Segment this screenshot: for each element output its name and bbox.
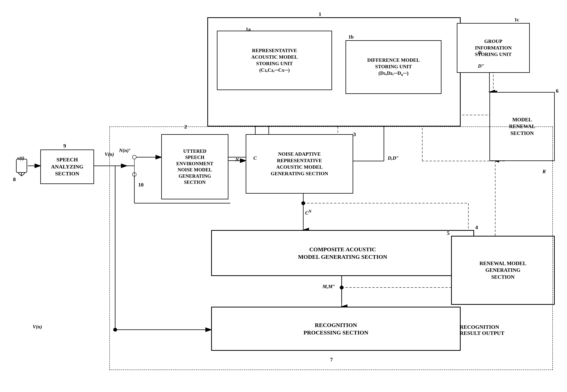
ref-1: 1 (319, 11, 321, 17)
signal-MM-double-prime: M,M″ (322, 284, 335, 289)
svg-rect-7 (16, 159, 27, 172)
difference-model-storing-unit: DIFFERENCE MODELSTORING UNIT(D₁,D₂,···Dx… (345, 40, 441, 94)
signal-N: N (235, 157, 239, 163)
ref-1a: 1a (246, 27, 251, 32)
ref-4: 4 (475, 224, 478, 230)
signal-nn-prime: N(n)’ (119, 148, 130, 153)
speech-analyzing-section: SPEECHANALYZINGSECTION (40, 150, 94, 184)
signal-R: R (542, 169, 546, 174)
ref-5: 5 (447, 230, 449, 236)
group-information-storing-unit: GROUPINFORMATIONSTORING UNIT (457, 23, 530, 73)
ref-1b: 1b (348, 34, 354, 40)
signal-vn-switch: V(n) (104, 152, 114, 157)
signal-vt: v(t) (17, 155, 24, 161)
diagram: REPRESENTATIVEACOUSTIC MODELSTORING UNIT… (0, 0, 567, 392)
ref-2: 2 (184, 124, 187, 130)
speech-analyzing-label: SPEECHANALYZINGSECTION (51, 156, 84, 177)
ref-7: 7 (330, 357, 333, 363)
representative-acoustic-model-storing-unit: REPRESENTATIVEACOUSTIC MODELSTORING UNIT… (217, 31, 332, 90)
signal-D: D (478, 50, 482, 56)
signal-CN: CN (305, 209, 312, 216)
signal-D-double-prime: D″ (478, 63, 484, 69)
representative-acoustic-label: REPRESENTATIVEACOUSTIC MODELSTORING UNIT… (251, 47, 298, 73)
ref-6: 6 (556, 88, 559, 94)
ref-1c: 1c (514, 17, 519, 23)
ref-3: 3 (353, 131, 356, 138)
signal-Vn: V(n) (33, 324, 42, 330)
ref-10: 10 (138, 182, 144, 188)
difference-model-label: DIFFERENCE MODELSTORING UNIT(D₁,D₂,···Dx… (367, 57, 420, 77)
ref-8: 8 (13, 176, 16, 182)
signal-C: C (253, 155, 257, 161)
recognition-result-label: RECOGNITIONRESULT OUTPUT (460, 324, 505, 336)
ref-9: 9 (63, 143, 66, 149)
signal-DD-double-prime: D,D″ (388, 155, 399, 161)
